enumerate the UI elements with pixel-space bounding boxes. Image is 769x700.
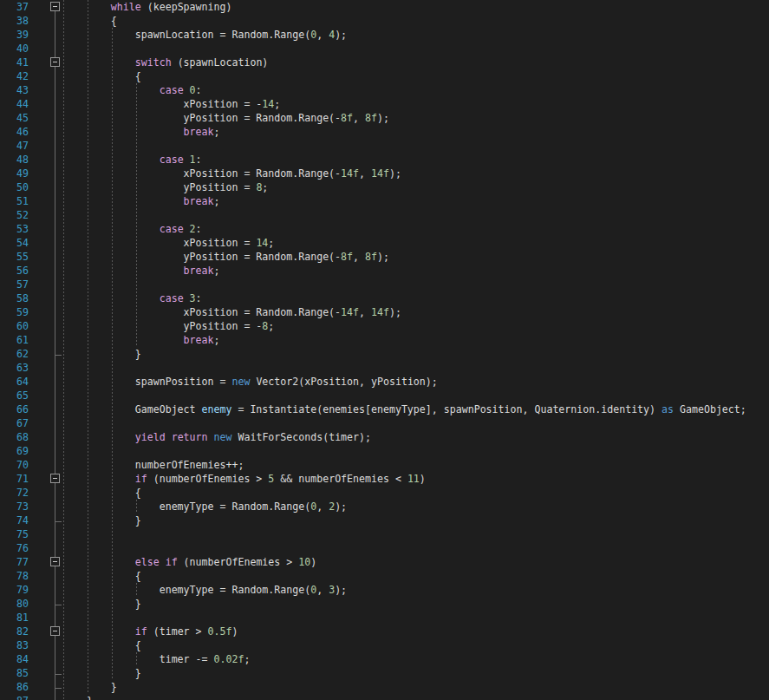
code-line[interactable]: 48 case 1: — [0, 153, 769, 167]
line-number[interactable]: 60 — [0, 319, 29, 333]
line-number[interactable]: 72 — [0, 486, 29, 500]
code-line[interactable]: 56 break; — [0, 264, 769, 278]
code-line[interactable]: 86 } — [0, 680, 769, 694]
code-line[interactable]: 85 } — [0, 666, 769, 680]
code-line[interactable]: 84 timer -= 0.02f; — [0, 652, 769, 666]
fold-collapse-icon[interactable] — [50, 57, 60, 67]
code-line[interactable]: 44 xPosition = -14; — [0, 97, 769, 111]
line-number[interactable]: 52 — [0, 208, 29, 222]
code-line[interactable]: 70 numberOfEnemies++; — [0, 458, 769, 472]
code-line[interactable]: 69 — [0, 444, 769, 458]
line-number[interactable]: 76 — [0, 541, 29, 555]
line-number[interactable]: 44 — [0, 97, 29, 111]
code-line[interactable]: 83 { — [0, 638, 769, 652]
code-line[interactable]: 71 if (numberOfEnemies > 5 && numberOfEn… — [0, 472, 769, 486]
line-number[interactable]: 80 — [0, 597, 29, 611]
code-line[interactable]: 43 case 0: — [0, 83, 769, 97]
line-number[interactable]: 39 — [0, 28, 29, 42]
code-line[interactable]: 55 yPosition = Random.Range(-8f, 8f); — [0, 250, 769, 264]
code-line[interactable]: 58 case 3: — [0, 291, 769, 305]
code-line[interactable]: 39 spawnLocation = Random.Range(0, 4); — [0, 28, 769, 42]
code-line[interactable]: 50 yPosition = 8; — [0, 180, 769, 194]
line-number[interactable]: 51 — [0, 194, 29, 208]
code-line[interactable]: 82 if (timer > 0.5f) — [0, 625, 769, 638]
code-line[interactable]: 62 } — [0, 347, 769, 361]
code-line[interactable]: 68 yield return new WaitForSeconds(timer… — [0, 430, 769, 444]
code-line[interactable]: 57 — [0, 278, 769, 291]
code-line[interactable]: 74 } — [0, 514, 769, 527]
line-number[interactable]: 78 — [0, 569, 29, 583]
code-line[interactable]: 63 — [0, 361, 769, 375]
code-line[interactable]: 79 enemyType = Random.Range(0, 3); — [0, 583, 769, 597]
code-line[interactable]: 40 — [0, 42, 769, 56]
code-line[interactable]: 51 break; — [0, 194, 769, 208]
code-line[interactable]: 67 — [0, 416, 769, 430]
line-number[interactable]: 73 — [0, 500, 29, 514]
line-number[interactable]: 70 — [0, 458, 29, 472]
code-line[interactable]: 54 xPosition = 14; — [0, 236, 769, 250]
code-line[interactable]: 47 — [0, 139, 769, 153]
fold-collapse-icon[interactable] — [50, 626, 60, 636]
line-number[interactable]: 54 — [0, 236, 29, 250]
line-number[interactable]: 77 — [0, 555, 29, 569]
line-number[interactable]: 79 — [0, 583, 29, 597]
line-number[interactable]: 86 — [0, 680, 29, 694]
code-line[interactable]: 37 while (keepSpawning) — [0, 0, 769, 14]
line-number[interactable]: 66 — [0, 402, 29, 416]
line-number[interactable]: 87 — [0, 694, 29, 700]
code-line[interactable]: 87 } — [0, 694, 769, 700]
code-line[interactable]: 41 switch (spawnLocation) — [0, 56, 769, 69]
line-number[interactable]: 38 — [0, 14, 29, 28]
line-number[interactable]: 74 — [0, 514, 29, 527]
code-line[interactable]: 75 — [0, 527, 769, 541]
line-number[interactable]: 50 — [0, 180, 29, 194]
line-number[interactable]: 42 — [0, 69, 29, 83]
line-number[interactable]: 81 — [0, 611, 29, 625]
line-number[interactable]: 40 — [0, 42, 29, 56]
line-number[interactable]: 37 — [0, 0, 29, 14]
code-line[interactable]: 81 — [0, 611, 769, 625]
code-line[interactable]: 59 xPosition = Random.Range(-14f, 14f); — [0, 305, 769, 319]
code-line[interactable]: 80 } — [0, 597, 769, 611]
line-number[interactable]: 84 — [0, 652, 29, 666]
line-number[interactable]: 47 — [0, 139, 29, 153]
code-line[interactable]: 77 else if (numberOfEnemies > 10) — [0, 555, 769, 569]
line-number[interactable]: 53 — [0, 222, 29, 236]
line-number[interactable]: 83 — [0, 638, 29, 652]
code-line[interactable]: 45 yPosition = Random.Range(-8f, 8f); — [0, 111, 769, 125]
line-number[interactable]: 46 — [0, 125, 29, 139]
line-number[interactable]: 85 — [0, 666, 29, 680]
fold-collapse-icon[interactable] — [50, 557, 60, 566]
line-number[interactable]: 59 — [0, 305, 29, 319]
line-number[interactable]: 67 — [0, 416, 29, 430]
line-number[interactable]: 61 — [0, 333, 29, 347]
code-line[interactable]: 66 GameObject enemy = Instantiate(enemie… — [0, 402, 769, 416]
line-number[interactable]: 56 — [0, 264, 29, 278]
line-number[interactable]: 68 — [0, 430, 29, 444]
line-number[interactable]: 75 — [0, 527, 29, 541]
code-line[interactable]: 49 xPosition = Random.Range(-14f, 14f); — [0, 167, 769, 180]
code-editor[interactable]: 37 while (keepSpawning)38 {39 spawnLocat… — [0, 0, 769, 700]
code-line[interactable]: 64 spawnPosition = new Vector2(xPosition… — [0, 375, 769, 389]
line-number[interactable]: 71 — [0, 472, 29, 486]
line-number[interactable]: 58 — [0, 291, 29, 305]
code-line[interactable]: 42 { — [0, 69, 769, 83]
fold-collapse-icon[interactable] — [50, 474, 60, 483]
code-line[interactable]: 65 — [0, 389, 769, 402]
line-number[interactable]: 43 — [0, 83, 29, 97]
line-number[interactable]: 65 — [0, 389, 29, 402]
line-number[interactable]: 64 — [0, 375, 29, 389]
line-number[interactable]: 57 — [0, 278, 29, 291]
code-line[interactable]: 53 case 2: — [0, 222, 769, 236]
line-number[interactable]: 69 — [0, 444, 29, 458]
code-line[interactable]: 52 — [0, 208, 769, 222]
line-number[interactable]: 55 — [0, 250, 29, 264]
code-line[interactable]: 76 — [0, 541, 769, 555]
line-number[interactable]: 41 — [0, 56, 29, 69]
line-number[interactable]: 62 — [0, 347, 29, 361]
line-number[interactable]: 82 — [0, 625, 29, 638]
line-number[interactable]: 49 — [0, 167, 29, 180]
fold-collapse-icon[interactable] — [50, 2, 60, 11]
code-line[interactable]: 61 break; — [0, 333, 769, 347]
code-line[interactable]: 73 enemyType = Random.Range(0, 2); — [0, 500, 769, 514]
